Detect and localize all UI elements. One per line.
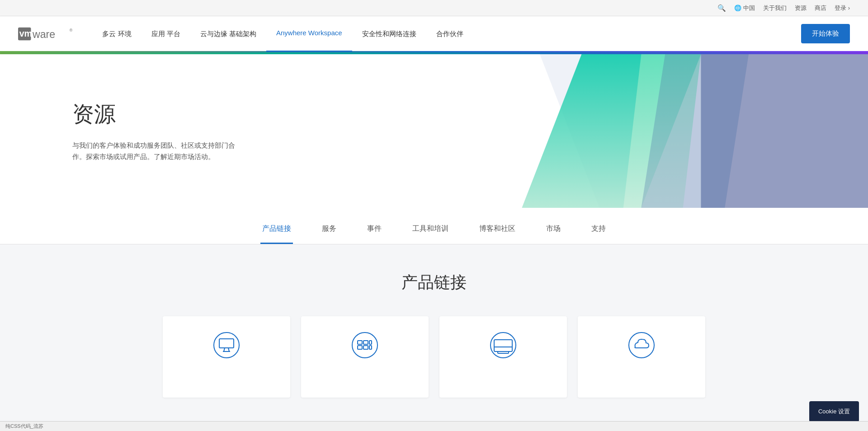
vmware-logo[interactable]: vm ware ® <box>18 27 74 41</box>
nav-item-app-platform[interactable]: 应用 平台 <box>142 16 190 52</box>
nav-cta: 开始体验 <box>801 24 850 43</box>
resources-link[interactable]: 资源 <box>795 4 807 12</box>
globe-icon: 🌐 <box>734 5 741 11</box>
svg-marker-4 <box>540 54 868 208</box>
content-section: 产品链接 <box>0 244 868 425</box>
svg-marker-8 <box>641 54 749 208</box>
tab-tools-training[interactable]: 工具和培训 <box>410 217 450 244</box>
svg-text:vm: vm <box>19 28 32 38</box>
product-card-2[interactable] <box>301 316 429 398</box>
nav-item-security-network[interactable]: 安全性和网络连接 <box>352 16 426 52</box>
tab-product-links[interactable]: 产品链接 <box>260 217 293 244</box>
svg-line-12 <box>228 348 229 351</box>
cookie-label: Cookie 设置 <box>818 408 850 416</box>
about-link[interactable]: 关于我们 <box>763 4 787 12</box>
svg-point-26 <box>629 333 654 358</box>
svg-text:®: ® <box>70 28 73 32</box>
monitor-icon <box>212 331 241 360</box>
grid-icon <box>350 331 379 360</box>
svg-rect-16 <box>363 341 368 344</box>
hero-title: 资源 <box>72 100 244 129</box>
tabs-container: 产品链接 服务 事件 工具和培训 博客和社区 市场 支持 <box>0 217 868 244</box>
utility-bar: 🔍 🌐 中国 关于我们 资源 商店 登录 › <box>0 0 868 16</box>
svg-rect-15 <box>358 341 362 344</box>
svg-marker-6 <box>623 54 701 208</box>
svg-point-9 <box>214 333 239 358</box>
tab-services[interactable]: 服务 <box>320 217 338 244</box>
region-selector[interactable]: 🌐 中国 <box>734 4 755 12</box>
tab-marketplace[interactable]: 市场 <box>544 217 562 244</box>
svg-rect-18 <box>363 346 368 349</box>
tabs-section: 产品链接 服务 事件 工具和培训 博客和社区 市场 支持 <box>0 208 868 244</box>
start-experience-button[interactable]: 开始体验 <box>801 24 850 43</box>
svg-rect-24 <box>498 351 509 353</box>
tab-blog-community[interactable]: 博客和社区 <box>477 217 517 244</box>
login-link[interactable]: 登录 › <box>835 4 850 12</box>
cloud-icon <box>627 331 656 360</box>
store-link[interactable]: 商店 <box>815 4 826 12</box>
svg-line-11 <box>224 348 225 351</box>
content-section-title: 产品链接 <box>18 272 850 294</box>
status-bar: 纯CSS代码_流苏 <box>0 421 868 425</box>
product-card-3[interactable] <box>439 316 567 398</box>
tab-support[interactable]: 支持 <box>590 217 608 244</box>
tab-events[interactable]: 事件 <box>365 217 383 244</box>
hero-content: 资源 与我们的客户体验和成功服务团队、社区或支持部门合作。探索市场或试用产品。了… <box>0 73 316 190</box>
hero-decoration <box>391 54 868 208</box>
svg-rect-17 <box>358 346 362 349</box>
nav-item-anywhere-workspace[interactable]: Anywhere Workspace <box>266 16 352 52</box>
region-label: 中国 <box>743 4 755 12</box>
svg-rect-10 <box>219 339 234 348</box>
svg-text:ware: ware <box>32 28 55 40</box>
display-icon <box>489 331 518 360</box>
nav-item-multicloud[interactable]: 多云 环境 <box>92 16 141 52</box>
svg-marker-5 <box>522 54 701 208</box>
svg-marker-7 <box>701 54 868 208</box>
svg-rect-19 <box>369 341 372 344</box>
nav-items: 多云 环境 应用 平台 云与边缘 基础架构 Anywhere Workspace… <box>92 16 801 52</box>
svg-rect-22 <box>494 340 512 351</box>
search-icon[interactable]: 🔍 <box>717 4 726 12</box>
status-text: 纯CSS代码_流苏 <box>5 423 43 425</box>
nav-item-partners[interactable]: 合作伙伴 <box>426 16 473 52</box>
main-nav: vm ware ® 多云 环境 应用 平台 云与边缘 基础架构 Anywhere… <box>0 16 868 52</box>
nav-item-cloud-edge[interactable]: 云与边缘 基础架构 <box>190 16 266 52</box>
cards-grid <box>163 316 705 398</box>
svg-rect-20 <box>369 346 372 349</box>
product-card-4[interactable] <box>578 316 705 398</box>
cookie-notice[interactable]: Cookie 设置 <box>809 401 859 422</box>
hero-description: 与我们的客户体验和成功服务团队、社区或支持部门合作。探索市场或试用产品。了解近期… <box>72 140 244 163</box>
hero-section: 资源 与我们的客户体验和成功服务团队、社区或支持部门合作。探索市场或试用产品。了… <box>0 54 868 208</box>
product-card-1[interactable] <box>163 316 290 398</box>
